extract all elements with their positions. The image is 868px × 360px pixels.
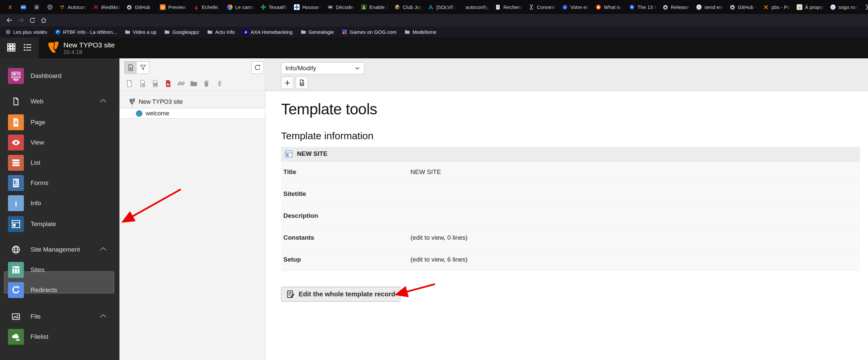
google-favicon: G: [696, 4, 702, 10]
blue-plus-favicon: [294, 4, 300, 10]
browser-tab[interactable]: Gsend em: [693, 1, 726, 12]
sidebar-item-list[interactable]: List: [0, 155, 119, 171]
pagetree-toggle-icon[interactable]: [23, 42, 33, 54]
drag-page-mount-icon[interactable]: [163, 78, 173, 89]
browser-tab[interactable]: Housse a: [291, 1, 324, 12]
tab-label: Release: [671, 4, 690, 10]
sidebar-item-file[interactable]: File: [0, 310, 119, 323]
github-favicon: [730, 4, 735, 10]
sidebar-item-filelist[interactable]: Filelist: [0, 329, 119, 345]
folder-icon: [207, 29, 213, 35]
table-row: Constants(edit to view, 0 lines): [281, 227, 860, 249]
browser-tab[interactable]: GitHub -: [124, 1, 157, 12]
folder-icon: [125, 29, 130, 35]
browser-tab[interactable]: autoconfig.s: [459, 1, 492, 12]
browser-tab[interactable]: Enable S: [358, 1, 391, 12]
browser-tab[interactable]: Autoconf: [57, 1, 90, 12]
bookmark-item[interactable]: Googleappz: [164, 29, 199, 35]
chevron-up-icon[interactable]: [99, 314, 107, 320]
bookmark-item[interactable]: Modelisme: [404, 29, 437, 35]
sidebar-item-forms[interactable]: Forms: [0, 175, 119, 191]
drag-page-shortcut-icon[interactable]: [150, 78, 160, 89]
d-beige-favicon: d: [797, 4, 802, 10]
filelist-icon: [8, 329, 24, 345]
browser-tab[interactable]: Texaal®: [258, 1, 291, 12]
chevron-up-icon[interactable]: [99, 247, 107, 253]
reload-button[interactable]: [27, 15, 38, 25]
browser-tab[interactable]: Décodeu: [325, 1, 358, 12]
browser-tab[interactable]: [SOLVED]: [425, 1, 458, 12]
create-new-button[interactable]: [281, 76, 293, 89]
sidebar-item-view[interactable]: View: [0, 135, 119, 151]
drag-new-page-icon[interactable]: [124, 78, 134, 89]
browser-tab[interactable]: What is g: [593, 1, 626, 12]
folder-icon[interactable]: [189, 78, 199, 89]
sidebar-item-dashboard[interactable]: Dashboard: [0, 68, 119, 84]
sidebar-item-label: List: [31, 159, 40, 166]
film-favicon: [328, 4, 333, 10]
sidebar-item-redirects[interactable]: Redirects: [0, 282, 119, 298]
bookmark-item[interactable]: Games on GOG.com: [342, 29, 397, 35]
browser-tab[interactable]: D: [30, 1, 43, 12]
collapse-expand-icon[interactable]: [215, 78, 225, 89]
browser-tab[interactable]: dÀ propos: [794, 1, 827, 12]
browser-tab[interactable]: VVotre es: [559, 1, 592, 12]
browser-tab[interactable]: Gsogo roa: [828, 1, 860, 12]
link-icon[interactable]: [176, 78, 186, 89]
trash-icon[interactable]: [202, 78, 211, 89]
browser-tab[interactable]: The 13 B: [626, 1, 659, 12]
browser-tab[interactable]: Echelle, e: [191, 1, 224, 12]
browser-tab[interactable]: Preview: [157, 1, 190, 12]
browser-tab[interactable]: Le camou: [224, 1, 257, 12]
browser-tab[interactable]: Recherch: [492, 1, 525, 12]
modulemenu-toggle-icon[interactable]: [6, 42, 16, 54]
sidebar-item-site-management[interactable]: Site Management: [0, 243, 119, 256]
sidebar-item-page[interactable]: Page: [0, 114, 119, 130]
tab-label: autoconfig.s: [466, 4, 489, 10]
browser-tab[interactable]: GitHub -: [727, 1, 760, 12]
bookmark-item[interactable]: RTBF Info - La référen...: [55, 29, 117, 35]
sidebar-item-label: Site Management: [31, 246, 80, 253]
browser-tab[interactable]: Connexio: [526, 1, 559, 12]
sidebar-item-info[interactable]: iInfo: [0, 195, 119, 211]
bookmark-item[interactable]: Genealogie: [301, 29, 334, 35]
sidebar-item-sites[interactable]: Sites: [0, 262, 119, 278]
filter-button[interactable]: [137, 61, 149, 74]
browser-tab[interactable]: Club Joy: [392, 1, 425, 12]
drag-page-users-icon[interactable]: [138, 78, 148, 89]
pagetree-root-node[interactable]: New TYPO3 site: [119, 97, 265, 107]
bookmark-item[interactable]: Video a up: [125, 29, 156, 35]
forward-button[interactable]: [15, 15, 27, 25]
sidebar-item-web[interactable]: Web: [0, 95, 119, 108]
refresh-tree-button[interactable]: [251, 61, 264, 74]
pagetree-divider: [119, 91, 265, 91]
new-page-button[interactable]: [124, 61, 137, 74]
sidebar-item-template[interactable]: Template: [0, 216, 119, 232]
browser-tab[interactable]: [43, 1, 56, 12]
pagetree-selected-node[interactable]: welcome: [119, 108, 265, 119]
tab-label: Echelle, e: [202, 4, 221, 10]
bookmark-item[interactable]: Les plus visités: [5, 29, 47, 35]
view-page-button[interactable]: [296, 76, 308, 89]
d-dark-favicon: D: [34, 4, 39, 10]
arch-favicon: [428, 4, 434, 10]
back-button[interactable]: [4, 15, 15, 25]
green-plus-favicon: [260, 4, 266, 10]
browser-tab[interactable]: DSH: [17, 1, 30, 12]
home-button[interactable]: [38, 15, 49, 25]
bookmark-item[interactable]: AAXA Homebanking: [243, 29, 293, 35]
tab-label: iRedMail: [101, 4, 120, 10]
browser-tab[interactable]: [861, 1, 868, 12]
browser-tab[interactable]: Release: [660, 1, 693, 12]
browser-tab[interactable]: iRedMail: [90, 1, 123, 12]
browser-tab[interactable]: pbs - Pro: [761, 1, 793, 12]
bookmark-item[interactable]: Actu Info: [207, 29, 235, 35]
bookmark-label: Genealogie: [309, 29, 334, 35]
sidebar-item-label: Filelist: [31, 333, 49, 340]
orange-badge-favicon: [160, 4, 165, 10]
browser-tab[interactable]: X: [4, 1, 16, 12]
edit-template-record-button[interactable]: Edit the whole template record: [281, 287, 401, 302]
chevron-up-icon[interactable]: [99, 98, 107, 104]
doc-green-favicon: [495, 4, 501, 10]
view-mode-select[interactable]: Info/Modify: [281, 62, 364, 74]
